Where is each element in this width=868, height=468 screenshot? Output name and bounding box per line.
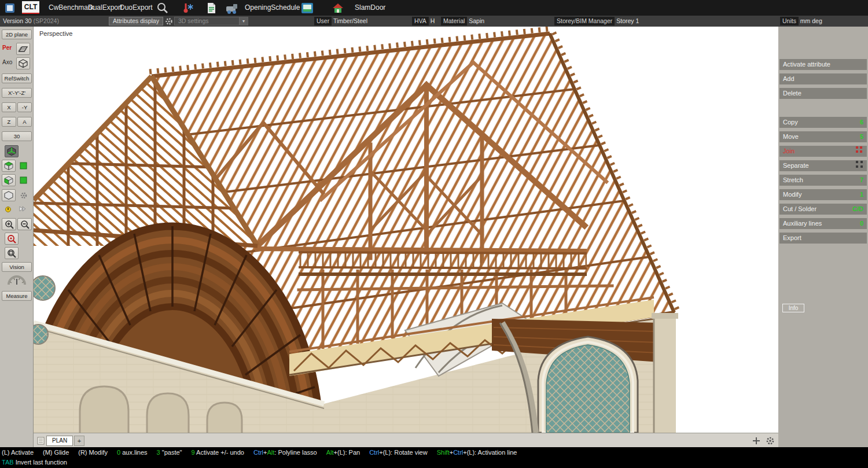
settings-gear-icon[interactable] (165, 16, 173, 27)
green-face-small-icon[interactable] (19, 176, 28, 185)
search-icon[interactable] (155, 1, 170, 14)
app-icon[interactable] (2, 1, 17, 14)
attributes-display-button[interactable]: Attributes display (109, 17, 163, 25)
statusbar-segment: (M) Glide (43, 448, 69, 458)
menu-item-activate-attribute[interactable]: Activate attribute (779, 59, 867, 70)
csv-export-icon[interactable] (204, 1, 219, 14)
service-pack-label: (SP2024) (34, 17, 59, 24)
menu-slamdoor[interactable]: SlamDoor (355, 0, 385, 16)
menu-item-export[interactable]: Export (779, 233, 867, 244)
storey-field[interactable]: Storey/BIM Manager Storey 1 (554, 16, 639, 27)
menu-duoexport[interactable]: DuoExport (120, 0, 153, 16)
zoom-in-icon[interactable] (2, 218, 16, 230)
menubar: CLT CwBenchmark DualExport DuoExport Ope… (0, 0, 868, 16)
menu-item-join[interactable]: Join (779, 146, 867, 157)
climate-icon[interactable] (181, 1, 196, 14)
cube-settings-icon[interactable] (2, 189, 16, 201)
right-sidebar: Activate attribute Add Delete Copy6 Move… (778, 27, 868, 447)
axo-icon[interactable] (16, 57, 30, 69)
units-deg-value: deg (812, 17, 822, 24)
axo-mode-label[interactable]: Axo (2, 57, 12, 68)
menu-item-move[interactable]: Move5 (779, 131, 867, 142)
units-mm-value: mm (800, 17, 811, 24)
material-label: Material (441, 17, 467, 25)
clt-logo[interactable]: CLT (22, 1, 39, 14)
toolbar: Version 30 (SP2024) Attributes display 3… (0, 16, 868, 27)
join-grid-icon (855, 146, 863, 157)
gauge-icon[interactable] (6, 274, 27, 286)
statusbar-segment: (R) Modify (78, 448, 108, 458)
menu-item-cut-solder[interactable]: Cut / SolderC/D (779, 204, 867, 215)
material-value: Sapin (469, 17, 484, 24)
green-face-icon[interactable] (19, 161, 28, 170)
hva-value: H (431, 17, 435, 24)
menu-item-auxiliary-lines[interactable]: Auxiliary lines0 (779, 218, 867, 229)
units-field[interactable]: Units mm deg (780, 16, 822, 27)
axes-button[interactable]: X'-Y'-Z' (2, 88, 32, 98)
storey-value: Storey 1 (616, 17, 639, 24)
separate-grid-icon (855, 160, 863, 172)
storey-label: Storey/BIM Manager (554, 17, 615, 25)
add-tab-button[interactable]: + (74, 436, 84, 446)
left-sidebar: 2D plane Per Axo RefSwitch X'-Y'-Z' X -Y… (0, 27, 34, 447)
material-field[interactable]: Material Sapin (441, 16, 484, 27)
statusbar-line1: (L) Activate(M) Glide(R) Modify0 aux.lin… (2, 448, 866, 458)
statusbar-segment: Shift+Ctrl+(L): Activation line (437, 448, 517, 458)
house-icon[interactable] (330, 1, 345, 14)
2d-plane-button[interactable]: 2D plane (2, 30, 32, 39)
cube-top-view-icon[interactable] (2, 160, 16, 172)
axis-cube-icon[interactable] (5, 145, 19, 157)
menu-openingschedule[interactable]: OpeningSchedule (245, 0, 300, 16)
vision-button[interactable]: Vision (2, 262, 32, 272)
window-icon[interactable] (300, 1, 315, 14)
user-label: User (314, 17, 332, 25)
minus-y-axis-button[interactable]: -Y (17, 102, 32, 112)
zoom-fit-icon[interactable] (5, 247, 19, 259)
statusbar-line2: TAB Invert last function (2, 458, 866, 467)
info-button[interactable]: Info (782, 304, 804, 312)
view-gear-icon[interactable] (19, 191, 28, 200)
zoom-region-icon[interactable] (5, 233, 19, 245)
perspective-mode-label[interactable]: Per (2, 42, 12, 54)
sheet-icon[interactable] (35, 436, 46, 446)
a-axis-button[interactable]: A (17, 117, 32, 127)
3d-settings-dropdown[interactable]: 3D settings▼ (174, 16, 248, 27)
statusbar-segment: Ctrl+Alt: Polyline lasso (253, 448, 317, 458)
play-arrows-icon[interactable] (17, 204, 26, 213)
statusbar-segment: Alt+(L): Pan (326, 448, 360, 458)
zoom-out-icon[interactable] (17, 218, 32, 230)
menu-cwbenchmark[interactable]: CwBenchmark (49, 0, 94, 16)
add-view-icon[interactable] (751, 436, 762, 446)
menu-item-add[interactable]: Add (779, 73, 867, 84)
view-mode-label: Perspective (39, 30, 72, 37)
version-label: Version 30 (SP2024) (3, 16, 59, 27)
perspective-icon[interactable] (16, 43, 30, 55)
chevron-down-icon[interactable]: ▼ (239, 17, 248, 25)
viewport-3d[interactable]: Perspective (34, 27, 778, 433)
x-axis-button[interactable]: X (2, 102, 16, 112)
attributes-display-button-wrap: Attributes display (109, 16, 163, 27)
menu-item-modify[interactable]: Modify1 (779, 189, 867, 200)
menu-item-copy[interactable]: Copy6 (779, 117, 867, 128)
user-value: Timber/Steel (333, 17, 367, 24)
menu-item-separate[interactable]: Separate (779, 160, 867, 171)
z-axis-button[interactable]: Z (2, 117, 16, 127)
tab-plan[interactable]: PLAN (46, 436, 73, 446)
machine-icon[interactable] (225, 1, 240, 14)
units-label: Units (780, 17, 799, 25)
user-field[interactable]: User Timber/Steel (314, 16, 367, 27)
hva-field[interactable]: HVA H (412, 16, 435, 27)
tabbar: PLAN + (34, 433, 778, 447)
cube-front-view-icon[interactable] (2, 174, 16, 186)
angle-step-button[interactable]: 30 (2, 131, 32, 141)
statusbar-segment: 3 "paste" (157, 448, 182, 458)
menu-item-delete[interactable]: Delete (779, 88, 867, 99)
statusbar: (L) Activate(M) Glide(R) Modify0 aux.lin… (0, 447, 868, 468)
refswitch-button[interactable]: RefSwitch (2, 73, 32, 83)
model-canvas (34, 27, 778, 433)
lock-icon[interactable] (3, 204, 12, 213)
tab-settings-gear-icon[interactable] (765, 436, 775, 446)
menu-item-stretch[interactable]: Stretch7 (779, 175, 867, 186)
measure-button[interactable]: Measure (2, 291, 32, 301)
menu-dualexport[interactable]: DualExport (88, 0, 122, 16)
